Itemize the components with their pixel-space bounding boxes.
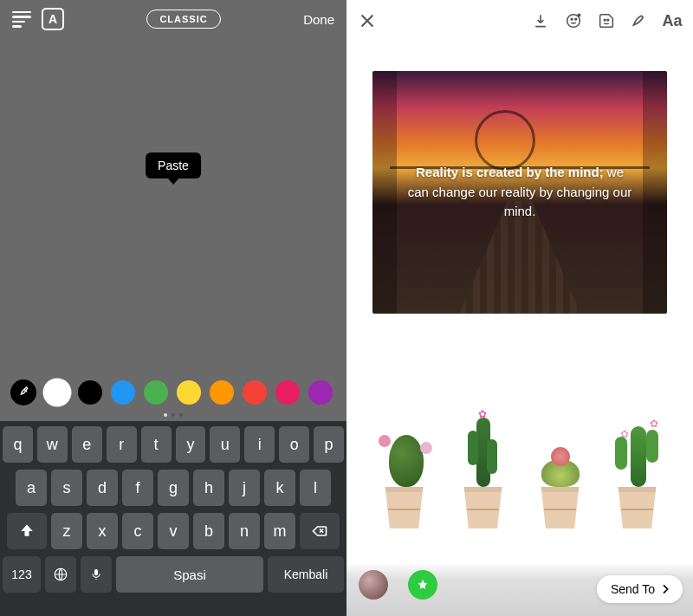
preview-top-bar: Aa: [346, 0, 693, 42]
color-swatch[interactable]: [210, 380, 234, 405]
succulent-plant: [538, 451, 583, 528]
svg-point-5: [578, 14, 580, 16]
space-key[interactable]: Spasi: [116, 556, 263, 593]
color-swatch[interactable]: [275, 380, 300, 405]
done-button[interactable]: Done: [303, 12, 334, 27]
letter-key[interactable]: g: [158, 470, 189, 506]
backspace-key[interactable]: [300, 513, 340, 549]
letter-key[interactable]: a: [16, 470, 47, 506]
cactus-plant: ✿: [461, 413, 506, 528]
color-swatch[interactable]: [308, 380, 333, 405]
letter-key[interactable]: o: [279, 426, 309, 463]
letter-key[interactable]: c: [122, 513, 153, 549]
eyedropper-button[interactable]: [10, 379, 36, 405]
letter-key[interactable]: b: [193, 513, 224, 549]
your-story-label: Your Story: [357, 601, 389, 609]
text-tool-button[interactable]: Aa: [662, 10, 683, 31]
chevron-right-icon: [658, 582, 672, 596]
letter-key[interactable]: m: [264, 513, 295, 549]
preview-bottom-bar: Your Story Close Friends Send To: [346, 562, 693, 616]
editor-top-left-group: A: [12, 8, 64, 30]
story-text-editor-screen: A CLASSIC Done Paste qwertyuiop asdfghjk…: [0, 0, 346, 616]
story-preview-screen: Aa Reality is created by the mind; we ca…: [346, 0, 693, 616]
ferris-wheel-illustration: [475, 110, 535, 171]
letter-key[interactable]: p: [314, 426, 344, 463]
cactus-plant: ✿: [615, 418, 660, 528]
letter-key[interactable]: x: [87, 513, 118, 549]
color-swatch[interactable]: [177, 380, 201, 405]
letter-key[interactable]: j: [229, 470, 260, 506]
download-icon[interactable]: [530, 10, 551, 31]
avatar-icon: [359, 570, 388, 600]
letter-key[interactable]: n: [229, 513, 260, 549]
color-swatch[interactable]: [78, 380, 102, 405]
letter-key[interactable]: r: [107, 426, 137, 463]
story-background-art: ✿ ✿: [364, 381, 676, 528]
letter-key[interactable]: e: [72, 426, 102, 463]
letter-key[interactable]: v: [158, 513, 189, 549]
letter-key[interactable]: q: [3, 426, 33, 463]
close-friends-label: Close Friends: [401, 601, 444, 609]
font-style-selector[interactable]: CLASSIC: [146, 10, 220, 29]
svg-point-6: [604, 19, 606, 21]
color-swatch[interactable]: [144, 380, 168, 405]
your-story-target[interactable]: Your Story: [357, 570, 389, 609]
letter-key[interactable]: t: [141, 426, 172, 463]
paste-tooltip[interactable]: Paste: [146, 152, 201, 178]
letter-key[interactable]: u: [210, 426, 240, 463]
quote-bold-part: Reality is created by the mind;: [416, 165, 604, 179]
draw-icon[interactable]: [629, 10, 650, 31]
color-swatch[interactable]: [111, 380, 135, 405]
svg-rect-1: [94, 569, 98, 575]
letter-key[interactable]: i: [244, 426, 275, 463]
letter-key[interactable]: k: [264, 470, 295, 506]
color-page-indicator: [164, 413, 183, 417]
globe-key[interactable]: [45, 556, 76, 593]
quote-text: Reality is created by the mind; we can c…: [372, 163, 667, 222]
letter-key[interactable]: f: [122, 470, 153, 506]
svg-point-3: [571, 18, 573, 20]
stickers-icon[interactable]: [596, 10, 617, 31]
software-keyboard: qwertyuiop asdfghjkl zxcvbnm 123: [0, 421, 346, 616]
effects-icon[interactable]: [563, 10, 584, 31]
letter-key[interactable]: w: [37, 426, 68, 463]
font-picker-button[interactable]: A: [42, 8, 64, 30]
return-key[interactable]: Kembali: [268, 556, 344, 593]
close-friends-target[interactable]: Close Friends: [401, 570, 444, 609]
letter-key[interactable]: d: [87, 470, 118, 506]
color-picker-row: [0, 373, 346, 412]
svg-point-7: [607, 19, 609, 21]
letter-key[interactable]: z: [51, 513, 82, 549]
letter-key[interactable]: s: [51, 470, 82, 506]
send-to-button[interactable]: Send To: [597, 575, 683, 603]
shift-key[interactable]: [7, 513, 47, 549]
send-to-label: Send To: [611, 582, 655, 596]
color-swatch[interactable]: [243, 380, 267, 405]
letter-key[interactable]: y: [176, 426, 206, 463]
letter-key[interactable]: h: [193, 470, 224, 506]
close-button[interactable]: [357, 10, 378, 31]
svg-point-4: [575, 18, 577, 20]
cactus-plant: [380, 426, 429, 528]
text-align-button[interactable]: [12, 10, 31, 29]
color-swatch[interactable]: [45, 380, 69, 405]
letter-key[interactable]: l: [300, 470, 331, 506]
numeric-key[interactable]: 123: [3, 556, 41, 593]
dictation-key[interactable]: [81, 556, 112, 593]
editor-top-bar: A CLASSIC Done: [0, 0, 346, 38]
star-icon: [408, 570, 437, 600]
story-pasted-image[interactable]: Reality is created by the mind; we can c…: [372, 71, 667, 314]
